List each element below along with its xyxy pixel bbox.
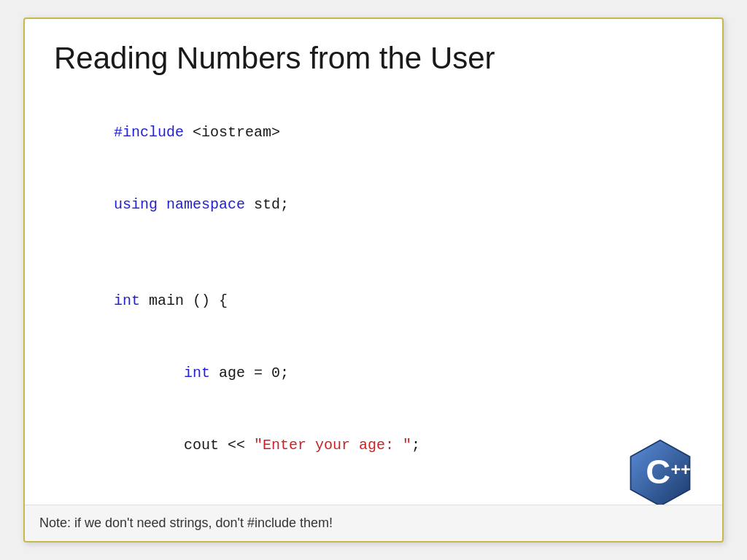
note-bar: Note: if we don't need strings, don't #i… — [25, 505, 722, 541]
cout-1-end: ; — [411, 437, 420, 454]
slide-title: Reading Numbers from the User — [54, 41, 693, 76]
int-keyword-age: int — [184, 365, 210, 381]
code-block: #include <iostream> using namespace std;… — [61, 96, 693, 560]
include-rest: <iostream> — [184, 124, 280, 141]
code-line-2: using namespace std; — [61, 168, 693, 241]
string-enter: "Enter your age: " — [254, 437, 411, 454]
code-line-6: cout << "Enter your age: "; — [61, 409, 693, 481]
note-text: Note: if we don't need strings, don't #i… — [39, 516, 333, 530]
code-line-8: cout << "You are " << age << " years old… — [61, 553, 693, 560]
cout-1: cout << — [114, 437, 254, 454]
main-rest: main () { — [140, 292, 228, 309]
indent-5 — [114, 365, 184, 381]
svg-text:C: C — [646, 453, 670, 491]
age-decl: age = 0; — [210, 365, 289, 381]
svg-text:++: ++ — [670, 460, 690, 479]
int-keyword-main: int — [114, 292, 140, 309]
using-keyword: using namespace — [114, 196, 245, 213]
code-line-1: #include <iostream> — [61, 96, 693, 168]
using-rest: std; — [245, 196, 289, 213]
code-line-5: int age = 0; — [61, 337, 693, 409]
cpp-logo: C ++ — [627, 439, 693, 505]
include-keyword: #include — [114, 124, 184, 141]
slide: Reading Numbers from the User #include <… — [23, 18, 724, 542]
code-line-blank1 — [61, 241, 693, 265]
code-line-4: int main () { — [61, 265, 693, 337]
